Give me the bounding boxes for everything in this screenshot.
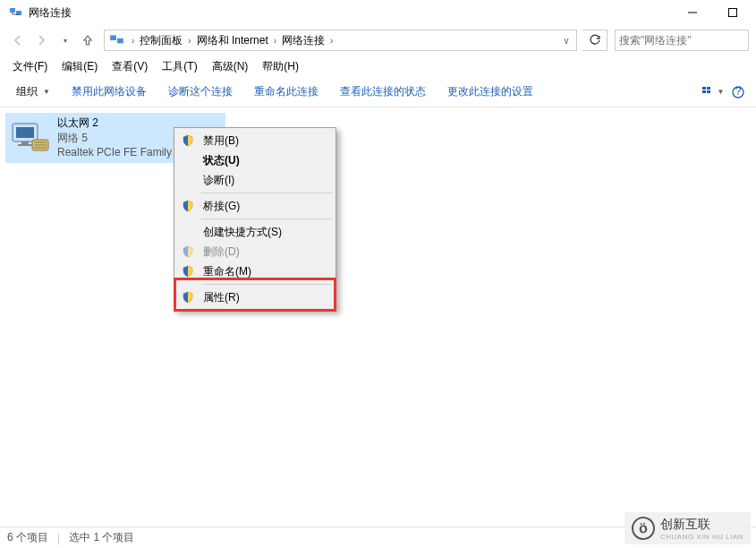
svg-rect-7 (707, 87, 710, 90)
chevron-right-icon[interactable]: › (184, 36, 194, 46)
svg-rect-15 (18, 144, 32, 146)
ctx-bridge-label: 桥接(G) (196, 199, 240, 214)
address-dropdown-icon[interactable]: v (558, 36, 574, 46)
separator (201, 218, 332, 219)
ctx-delete-label: 删除(D) (196, 244, 240, 260)
help-button[interactable]: ? (726, 82, 751, 102)
ctx-properties[interactable]: 属性(R) (176, 287, 334, 307)
ethernet-adapter-icon (9, 120, 52, 156)
menu-bar: 文件(F) 编辑(E) 查看(V) 工具(T) 高级(N) 帮助(H) (0, 56, 756, 77)
up-button[interactable] (77, 30, 98, 51)
svg-rect-5 (117, 39, 123, 44)
adapter-status: 网络 5 (57, 131, 172, 146)
ctx-properties-label: 属性(R) (196, 290, 240, 305)
breadcrumb-network-connections[interactable]: 网络连接 (280, 33, 327, 48)
separator (201, 193, 332, 193)
watermark-brand: 创新互联 (660, 517, 743, 533)
organize-label: 组织 (16, 84, 38, 99)
ctx-rename[interactable]: 重命名(M) (176, 261, 334, 281)
view-status-cmd[interactable]: 查看此连接的状态 (329, 82, 437, 101)
svg-rect-8 (702, 90, 706, 93)
command-bar: 组织▼ 禁用此网络设备 诊断这个连接 重命名此连接 查看此连接的状态 更改此连接… (0, 77, 756, 107)
separator (201, 284, 332, 285)
shield-icon (180, 291, 196, 304)
breadcrumb-control-panel[interactable]: 控制面板 (138, 33, 184, 48)
ctx-delete: 删除(D) (176, 242, 334, 261)
status-separator: | (57, 532, 60, 544)
svg-text:?: ? (735, 86, 742, 98)
back-button[interactable] (7, 30, 29, 51)
menu-edit[interactable]: 编辑(E) (55, 57, 105, 76)
shield-icon (180, 265, 196, 278)
svg-rect-14 (21, 141, 29, 144)
adapter-device: Realtek PCIe FE Family (57, 145, 172, 160)
svg-rect-4 (110, 35, 116, 40)
window-title: 网络连接 (29, 5, 672, 21)
status-selected: 选中 1 个项目 (69, 530, 134, 545)
svg-rect-3 (728, 9, 736, 17)
forward-button[interactable] (30, 30, 52, 51)
refresh-button[interactable] (582, 30, 607, 51)
chevron-right-icon[interactable]: › (270, 36, 280, 46)
menu-help[interactable]: 帮助(H) (255, 57, 306, 76)
app-icon (9, 5, 23, 20)
menu-view[interactable]: 查看(V) (105, 57, 155, 76)
status-item-count: 6 个项目 (7, 530, 48, 545)
watermark-logo-icon: ö (630, 515, 656, 541)
ctx-status[interactable]: 状态(U) (176, 150, 334, 170)
svg-rect-6 (702, 87, 706, 90)
rename-cmd[interactable]: 重命名此连接 (243, 82, 329, 101)
disable-device-cmd[interactable]: 禁用此网络设备 (61, 82, 157, 101)
ctx-status-label: 状态(U) (196, 153, 240, 168)
address-bar: ▾ › 控制面板 › 网络和 Internet › 网络连接 › v (0, 25, 756, 56)
view-options-button[interactable]: ▼ (701, 82, 726, 102)
location-icon (109, 32, 125, 48)
svg-rect-9 (707, 90, 710, 93)
menu-tools[interactable]: 工具(T) (155, 57, 204, 76)
adapter-info: 以太网 2 网络 5 Realtek PCIe FE Family (57, 116, 172, 160)
adapter-name: 以太网 2 (57, 116, 172, 131)
breadcrumb-network-internet[interactable]: 网络和 Internet (195, 33, 270, 48)
address-box[interactable]: › 控制面板 › 网络和 Internet › 网络连接 › v (104, 30, 577, 51)
content-area[interactable]: 以太网 2 网络 5 Realtek PCIe FE Family 禁用(B) … (0, 107, 756, 519)
search-box[interactable] (615, 30, 749, 51)
ctx-shortcut[interactable]: 创建快捷方式(S) (176, 222, 334, 242)
shield-icon (180, 245, 196, 258)
svg-rect-13 (16, 127, 34, 138)
search-input[interactable] (619, 34, 744, 47)
diagnose-cmd[interactable]: 诊断这个连接 (157, 82, 243, 101)
maximize-button[interactable] (712, 0, 752, 25)
history-dropdown[interactable]: ▾ (54, 30, 75, 51)
ctx-shortcut-label: 创建快捷方式(S) (196, 225, 282, 240)
ctx-disable[interactable]: 禁用(B) (176, 131, 334, 150)
minimize-button[interactable] (672, 0, 712, 25)
organize-button[interactable]: 组织▼ (5, 82, 61, 101)
ctx-disable-label: 禁用(B) (196, 133, 239, 149)
ctx-rename-label: 重命名(M) (196, 264, 251, 279)
change-settings-cmd[interactable]: 更改此连接的设置 (437, 82, 544, 101)
ctx-bridge[interactable]: 桥接(G) (176, 196, 334, 216)
ctx-diagnose[interactable]: 诊断(I) (176, 170, 334, 190)
svg-rect-0 (10, 8, 15, 13)
shield-icon (180, 200, 196, 212)
menu-file[interactable]: 文件(F) (5, 57, 55, 76)
watermark: ö 创新互联 CHUANG XIN HU LIAN (624, 512, 751, 544)
shield-icon (180, 134, 196, 147)
ctx-diagnose-label: 诊断(I) (196, 173, 234, 188)
chevron-right-icon[interactable]: › (327, 36, 336, 46)
watermark-sub: CHUANG XIN HU LIAN (660, 533, 743, 541)
menu-advanced[interactable]: 高级(N) (205, 57, 256, 76)
context-menu: 禁用(B) 状态(U) 诊断(I) 桥接(G) 创建快捷方式(S) 删除(D) … (174, 127, 336, 311)
chevron-right-icon[interactable]: › (128, 36, 138, 46)
title-bar: 网络连接 (0, 0, 756, 25)
